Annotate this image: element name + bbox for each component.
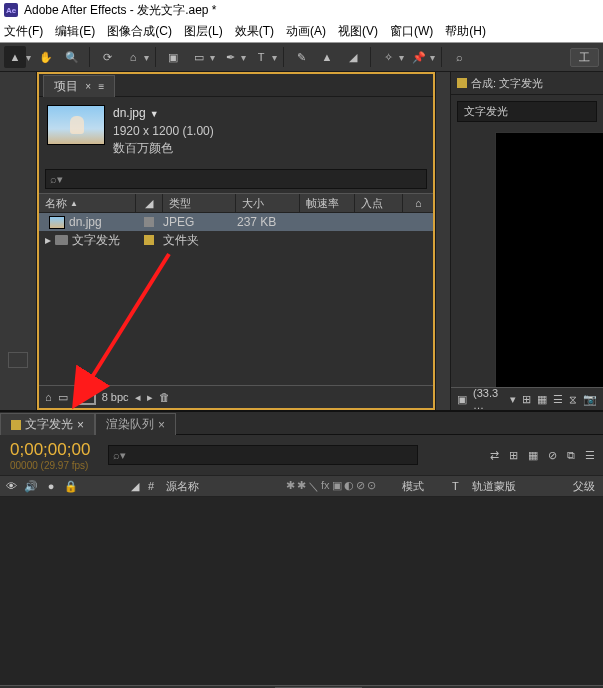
trash-icon[interactable]: 🗑 (159, 391, 170, 403)
graph-editor-icon[interactable]: ⊘ (548, 449, 557, 462)
clone-tool-icon[interactable]: ▲ (316, 46, 338, 68)
timeline-tab[interactable]: 文字发光 × (0, 413, 95, 435)
close-icon[interactable]: × (77, 418, 84, 432)
brainstorm-icon[interactable]: ⧉ (567, 449, 575, 462)
switch-icon[interactable]: ＼ (308, 479, 319, 494)
comp-viewer[interactable] (495, 132, 603, 388)
interpret-footage-icon[interactable]: ⌂ (45, 391, 52, 403)
close-icon[interactable]: × (85, 81, 91, 92)
hand-tool-icon[interactable]: ✋ (35, 46, 57, 68)
t-col[interactable]: T (452, 480, 472, 492)
col-inpoint[interactable]: 入点 (355, 194, 403, 212)
brush-tool-icon[interactable]: ✎ (290, 46, 312, 68)
col-type[interactable]: 类型 (163, 194, 236, 212)
panel-divider[interactable] (435, 72, 450, 410)
bpc-label[interactable]: 8 bpc (102, 391, 129, 403)
panel-menu-icon[interactable]: ☰ (585, 449, 595, 462)
col-size[interactable]: 大小 (236, 194, 300, 212)
search-tool-icon[interactable]: ⌕ (448, 46, 470, 68)
parent-col[interactable]: 父级 (542, 479, 603, 494)
menu-edit[interactable]: 编辑(E) (55, 23, 95, 40)
project-item[interactable]: ▸文字发光 文件夹 (39, 231, 433, 249)
col-framerate[interactable]: 帧速率 (300, 194, 355, 212)
col-tree-icon[interactable]: ⌂ (403, 194, 433, 212)
menu-window[interactable]: 窗口(W) (390, 23, 433, 40)
pen-tool-icon[interactable]: ✒ (219, 46, 241, 68)
timecode[interactable]: 0;00;00;00 00000 (29.97 fps) (0, 440, 100, 471)
puppet-tool-icon[interactable]: 📌 (408, 46, 430, 68)
selection-tool-icon[interactable]: ▲ (4, 46, 26, 68)
lock-col-icon[interactable]: 🔒 (64, 480, 78, 493)
eraser-tool-icon[interactable]: ◢ (342, 46, 364, 68)
frame-blend-icon[interactable]: ⊞ (509, 449, 518, 462)
snapshot-icon[interactable]: 📷 (583, 393, 597, 406)
res-icon[interactable]: ⊞ (522, 393, 531, 406)
zoom-dropdown[interactable]: (33.3 … (473, 387, 504, 411)
search-dropdown-icon[interactable]: ▾ (57, 173, 63, 186)
next-icon[interactable]: ▸ (147, 391, 153, 404)
comp-dropdown[interactable]: 文字发光 (457, 101, 597, 122)
item-type: JPEG (157, 215, 231, 229)
new-comp-icon[interactable] (74, 389, 96, 405)
dock-handle[interactable] (8, 352, 28, 368)
label-col-icon[interactable]: ◢ (128, 480, 142, 493)
search-icon: ⌕ (50, 173, 57, 185)
timecode-sub: 00000 (29.97 fps) (10, 460, 90, 471)
audio-col-icon[interactable]: 🔊 (24, 480, 38, 493)
menu-help[interactable]: 帮助(H) (445, 23, 486, 40)
mask-icon[interactable]: ☰ (553, 393, 563, 406)
text-tool-icon[interactable]: T (250, 46, 272, 68)
menu-composition[interactable]: 图像合成(C) (107, 23, 172, 40)
menu-animation[interactable]: 动画(A) (286, 23, 326, 40)
switch-icon[interactable]: ⊙ (367, 479, 376, 494)
workspace-dropdown[interactable]: 工 (570, 48, 599, 67)
new-folder-icon[interactable]: ▭ (58, 391, 68, 404)
menu-effect[interactable]: 效果(T) (235, 23, 274, 40)
shy-icon[interactable]: ⇄ (490, 449, 499, 462)
roto-tool-icon[interactable]: ✧ (377, 46, 399, 68)
time-icon[interactable]: ⧖ (569, 393, 577, 406)
panel-menu-icon[interactable]: ≡ (99, 81, 105, 92)
solo-col-icon[interactable]: ● (44, 480, 58, 492)
trackmatte-col[interactable]: 轨道蒙版 (472, 479, 542, 494)
zoom-tool-icon[interactable]: 🔍 (61, 46, 83, 68)
switch-icon[interactable]: ⊘ (356, 479, 365, 494)
preview-dropdown-icon[interactable]: ▼ (150, 109, 159, 119)
timeline-search[interactable]: ⌕ ▾ (108, 445, 418, 465)
motion-blur-icon[interactable]: ▦ (528, 449, 538, 462)
render-queue-tab[interactable]: 渲染队列 × (95, 413, 176, 435)
project-panel: 项目 × ≡ dn.jpg▼ 1920 x 1200 (1.00) 数百万颜色 … (37, 72, 435, 410)
chevron-down-icon[interactable]: ▾ (120, 449, 126, 462)
sourcename-col[interactable]: 源名称 (160, 479, 286, 494)
menu-file[interactable]: 文件(F) (4, 23, 43, 40)
label-swatch[interactable] (144, 235, 154, 245)
camera-tool-icon[interactable]: ⌂ (122, 46, 144, 68)
chevron-down-icon[interactable]: ▾ (510, 393, 516, 406)
project-tab[interactable]: 项目 × ≡ (43, 75, 115, 97)
switch-icon[interactable]: fx (321, 479, 330, 494)
label-swatch[interactable] (144, 217, 154, 227)
mask-tool-icon[interactable]: ▭ (188, 46, 210, 68)
col-name[interactable]: 名称 ▲ (39, 194, 136, 212)
rotate-tool-icon[interactable]: ⟳ (96, 46, 118, 68)
anchor-tool-icon[interactable]: ▣ (162, 46, 184, 68)
menu-view[interactable]: 视图(V) (338, 23, 378, 40)
video-col-icon[interactable]: 👁 (4, 480, 18, 492)
menu-layer[interactable]: 图层(L) (184, 23, 223, 40)
switch-icon[interactable]: ✱ (286, 479, 295, 494)
timeline-layer-area[interactable] (0, 497, 603, 685)
close-icon[interactable]: × (158, 418, 165, 432)
prev-icon[interactable]: ◂ (135, 391, 141, 404)
col-label[interactable]: ◢ (136, 194, 163, 212)
comp-toggle-icon[interactable]: ▣ (457, 393, 467, 406)
number-col[interactable]: # (142, 480, 160, 492)
switch-icon[interactable]: ▣ (332, 479, 342, 494)
expander-icon[interactable]: ▸ (45, 233, 51, 247)
project-item[interactable]: dn.jpg JPEG 237 KB (39, 213, 433, 231)
switch-icon[interactable]: ✱ (297, 479, 306, 494)
switch-icon[interactable]: ◐ (344, 479, 354, 494)
project-search[interactable]: ⌕ ▾ (45, 169, 427, 189)
item-name: 文字发光 (72, 232, 120, 249)
mode-col[interactable]: 模式 (396, 479, 452, 494)
grid-icon[interactable]: ▦ (537, 393, 547, 406)
